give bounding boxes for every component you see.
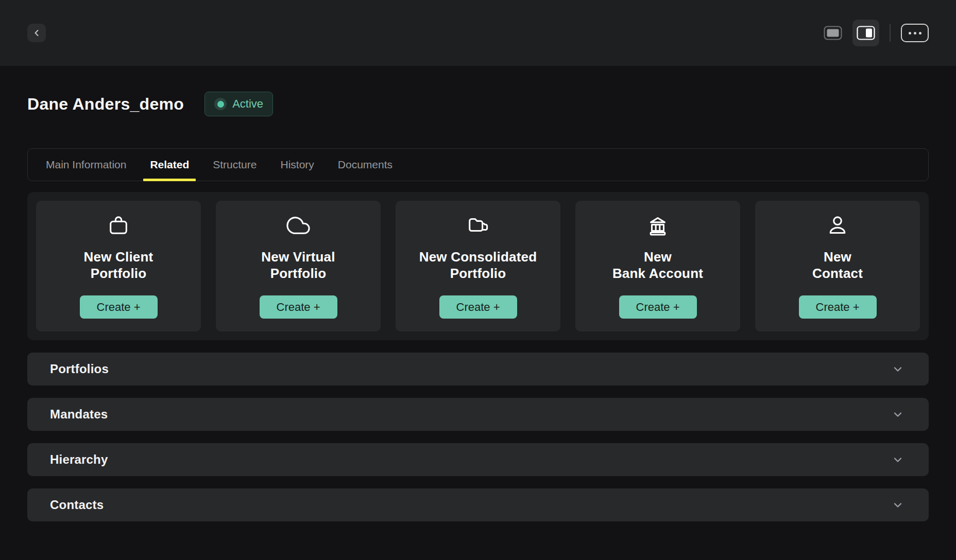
section-title: Hierarchy [50, 452, 108, 467]
card-new-virtual-portfolio: New Virtual Portfolio Create + [216, 201, 381, 331]
top-bar [0, 0, 956, 66]
toolbar-divider [890, 24, 891, 42]
title-row: Dane Anders_demo Active [27, 92, 929, 116]
chevron-down-icon [892, 499, 904, 511]
split-view-toggle-button[interactable] [852, 20, 879, 46]
page-title: Dane Anders_demo [27, 95, 184, 114]
section-title: Mandates [50, 407, 108, 422]
section-title: Portfolios [50, 362, 109, 376]
section-hierarchy[interactable]: Hierarchy [27, 443, 929, 476]
section-title: Contacts [50, 498, 104, 512]
section-contacts[interactable]: Contacts [27, 488, 929, 521]
back-button[interactable] [27, 24, 46, 42]
tab-main-information[interactable]: Main Information [34, 149, 138, 181]
cloud-icon [286, 214, 310, 237]
tab-history[interactable]: History [268, 149, 326, 181]
create-contact-button[interactable]: Create + [799, 295, 877, 319]
card-title: New Client Portfolio [84, 249, 153, 282]
full-view-toggle-button[interactable] [820, 20, 846, 46]
card-title: New Virtual Portfolio [261, 249, 335, 282]
layout-split-icon [857, 26, 875, 40]
tab-documents[interactable]: Documents [326, 149, 404, 181]
tab-bar: Main Information Related Structure Histo… [27, 148, 929, 181]
layout-full-icon [824, 26, 842, 40]
card-title: New Consolidated Portfolio [419, 249, 537, 282]
more-options-button[interactable] [901, 24, 929, 42]
create-bank-account-button[interactable]: Create + [619, 295, 697, 319]
ellipsis-icon [909, 32, 921, 34]
create-cards-panel: New Client Portfolio Create + New Virtua… [27, 192, 929, 340]
card-title: New Bank Account [612, 249, 703, 282]
card-title: New Contact [812, 249, 863, 282]
card-new-bank-account: New Bank Account Create + [575, 201, 740, 331]
card-new-client-portfolio: New Client Portfolio Create + [36, 201, 201, 331]
section-mandates[interactable]: Mandates [27, 398, 929, 431]
main-content: Dane Anders_demo Active Main Information… [0, 92, 956, 521]
chevron-down-icon [892, 453, 904, 466]
chevron-left-icon [31, 28, 42, 38]
card-new-contact: New Contact Create + [755, 201, 920, 331]
status-badge: Active [204, 92, 273, 116]
create-client-portfolio-button[interactable]: Create + [80, 295, 158, 319]
view-controls [820, 20, 929, 46]
status-badge-label: Active [232, 97, 263, 111]
folders-icon [466, 214, 490, 237]
app-window: Dane Anders_demo Active Main Information… [0, 0, 956, 560]
card-new-consolidated-portfolio: New Consolidated Portfolio Create + [396, 201, 560, 331]
bank-icon [646, 214, 670, 237]
user-icon [826, 214, 849, 237]
section-portfolios[interactable]: Portfolios [27, 353, 929, 386]
tab-structure[interactable]: Structure [201, 149, 268, 181]
status-dot-icon [214, 98, 227, 110]
chevron-down-icon [892, 408, 904, 421]
create-consolidated-portfolio-button[interactable]: Create + [439, 295, 517, 319]
chevron-down-icon [892, 363, 904, 375]
briefcase-icon [107, 214, 130, 237]
tab-related[interactable]: Related [138, 149, 201, 181]
create-virtual-portfolio-button[interactable]: Create + [260, 295, 337, 319]
